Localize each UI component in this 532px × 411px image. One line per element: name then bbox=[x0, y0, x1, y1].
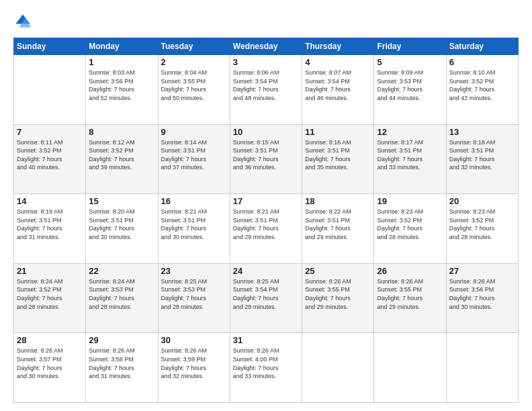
calendar-cell: 8Sunrise: 8:12 AM Sunset: 3:52 PM Daylig… bbox=[86, 124, 158, 194]
calendar-cell: 10Sunrise: 8:15 AM Sunset: 3:51 PM Dayli… bbox=[230, 124, 302, 194]
day-info: Sunrise: 8:24 AM Sunset: 3:52 PM Dayligh… bbox=[17, 277, 83, 311]
day-info: Sunrise: 8:14 AM Sunset: 3:51 PM Dayligh… bbox=[161, 138, 227, 172]
page: SundayMondayTuesdayWednesdayThursdayFrid… bbox=[0, 0, 532, 411]
calendar-cell: 3Sunrise: 8:06 AM Sunset: 3:54 PM Daylig… bbox=[230, 55, 302, 125]
day-number: 18 bbox=[305, 196, 371, 206]
calendar-cell bbox=[14, 55, 86, 125]
calendar-cell: 30Sunrise: 8:26 AM Sunset: 3:59 PM Dayli… bbox=[158, 333, 230, 403]
day-number: 6 bbox=[449, 57, 515, 67]
day-number: 30 bbox=[161, 335, 227, 345]
day-number: 25 bbox=[305, 266, 371, 276]
day-info: Sunrise: 8:10 AM Sunset: 3:52 PM Dayligh… bbox=[449, 68, 515, 102]
day-info: Sunrise: 8:21 AM Sunset: 3:51 PM Dayligh… bbox=[233, 208, 299, 241]
day-info: Sunrise: 8:26 AM Sunset: 4:00 PM Dayligh… bbox=[233, 347, 299, 380]
day-number: 16 bbox=[161, 196, 227, 206]
calendar-cell: 27Sunrise: 8:26 AM Sunset: 3:56 PM Dayli… bbox=[446, 263, 518, 333]
day-number: 31 bbox=[233, 335, 299, 345]
day-info: Sunrise: 8:26 AM Sunset: 3:56 PM Dayligh… bbox=[449, 277, 515, 311]
day-info: Sunrise: 8:22 AM Sunset: 3:51 PM Dayligh… bbox=[305, 208, 371, 241]
calendar-week-row: 1Sunrise: 8:03 AM Sunset: 3:56 PM Daylig… bbox=[14, 55, 519, 125]
calendar-cell: 17Sunrise: 8:21 AM Sunset: 3:51 PM Dayli… bbox=[230, 194, 302, 264]
day-number: 27 bbox=[449, 266, 515, 276]
calendar-week-row: 7Sunrise: 8:11 AM Sunset: 3:52 PM Daylig… bbox=[14, 124, 519, 194]
calendar-cell: 1Sunrise: 8:03 AM Sunset: 3:56 PM Daylig… bbox=[86, 55, 158, 125]
calendar-cell: 9Sunrise: 8:14 AM Sunset: 3:51 PM Daylig… bbox=[158, 124, 230, 194]
day-number: 7 bbox=[17, 127, 83, 137]
calendar-weekday-wednesday: Wednesday bbox=[230, 38, 302, 55]
day-info: Sunrise: 8:11 AM Sunset: 3:52 PM Dayligh… bbox=[17, 138, 83, 172]
calendar-cell bbox=[374, 333, 446, 403]
day-info: Sunrise: 8:17 AM Sunset: 3:51 PM Dayligh… bbox=[377, 138, 443, 172]
calendar-week-row: 28Sunrise: 8:26 AM Sunset: 3:57 PM Dayli… bbox=[14, 333, 519, 403]
day-info: Sunrise: 8:07 AM Sunset: 3:54 PM Dayligh… bbox=[305, 68, 371, 102]
day-info: Sunrise: 8:26 AM Sunset: 3:55 PM Dayligh… bbox=[377, 277, 443, 311]
calendar-weekday-saturday: Saturday bbox=[446, 38, 518, 55]
calendar-cell: 13Sunrise: 8:18 AM Sunset: 3:51 PM Dayli… bbox=[446, 124, 518, 194]
calendar-cell: 20Sunrise: 8:23 AM Sunset: 3:52 PM Dayli… bbox=[446, 194, 518, 264]
day-number: 17 bbox=[233, 196, 299, 206]
calendar-cell: 26Sunrise: 8:26 AM Sunset: 3:55 PM Dayli… bbox=[374, 263, 446, 333]
calendar-cell: 18Sunrise: 8:22 AM Sunset: 3:51 PM Dayli… bbox=[302, 194, 374, 264]
day-number: 9 bbox=[161, 127, 227, 137]
day-info: Sunrise: 8:16 AM Sunset: 3:51 PM Dayligh… bbox=[305, 138, 371, 172]
calendar-week-row: 14Sunrise: 8:19 AM Sunset: 3:51 PM Dayli… bbox=[14, 194, 519, 264]
day-number: 19 bbox=[377, 196, 443, 206]
day-info: Sunrise: 8:26 AM Sunset: 3:55 PM Dayligh… bbox=[305, 277, 371, 311]
day-number: 20 bbox=[449, 196, 515, 206]
day-info: Sunrise: 8:26 AM Sunset: 3:57 PM Dayligh… bbox=[17, 347, 83, 380]
day-number: 23 bbox=[161, 266, 227, 276]
calendar-cell: 14Sunrise: 8:19 AM Sunset: 3:51 PM Dayli… bbox=[14, 194, 86, 264]
day-number: 12 bbox=[377, 127, 443, 137]
day-number: 11 bbox=[305, 127, 371, 137]
day-info: Sunrise: 8:25 AM Sunset: 3:54 PM Dayligh… bbox=[233, 277, 299, 311]
calendar-cell: 31Sunrise: 8:26 AM Sunset: 4:00 PM Dayli… bbox=[230, 333, 302, 403]
calendar-cell: 12Sunrise: 8:17 AM Sunset: 3:51 PM Dayli… bbox=[374, 124, 446, 194]
calendar-weekday-friday: Friday bbox=[374, 38, 446, 55]
calendar-cell: 24Sunrise: 8:25 AM Sunset: 3:54 PM Dayli… bbox=[230, 263, 302, 333]
calendar-cell: 22Sunrise: 8:24 AM Sunset: 3:53 PM Dayli… bbox=[86, 263, 158, 333]
calendar-cell bbox=[446, 333, 518, 403]
calendar-cell: 21Sunrise: 8:24 AM Sunset: 3:52 PM Dayli… bbox=[14, 263, 86, 333]
day-info: Sunrise: 8:12 AM Sunset: 3:52 PM Dayligh… bbox=[89, 138, 154, 172]
calendar-weekday-thursday: Thursday bbox=[302, 38, 374, 55]
day-info: Sunrise: 8:23 AM Sunset: 3:52 PM Dayligh… bbox=[377, 208, 443, 241]
calendar-week-row: 21Sunrise: 8:24 AM Sunset: 3:52 PM Dayli… bbox=[14, 263, 519, 333]
day-number: 26 bbox=[377, 266, 443, 276]
day-info: Sunrise: 8:03 AM Sunset: 3:56 PM Dayligh… bbox=[89, 68, 154, 102]
calendar-cell: 28Sunrise: 8:26 AM Sunset: 3:57 PM Dayli… bbox=[14, 333, 86, 403]
day-number: 29 bbox=[89, 335, 154, 345]
day-number: 2 bbox=[161, 57, 227, 67]
day-info: Sunrise: 8:26 AM Sunset: 3:58 PM Dayligh… bbox=[89, 347, 154, 380]
logo bbox=[13, 12, 35, 31]
calendar-cell bbox=[302, 333, 374, 403]
calendar-cell: 6Sunrise: 8:10 AM Sunset: 3:52 PM Daylig… bbox=[446, 55, 518, 125]
day-info: Sunrise: 8:04 AM Sunset: 3:55 PM Dayligh… bbox=[161, 68, 227, 102]
calendar-cell: 19Sunrise: 8:23 AM Sunset: 3:52 PM Dayli… bbox=[374, 194, 446, 264]
calendar-table: SundayMondayTuesdayWednesdayThursdayFrid… bbox=[13, 38, 519, 403]
day-info: Sunrise: 8:09 AM Sunset: 3:53 PM Dayligh… bbox=[377, 68, 443, 102]
day-info: Sunrise: 8:19 AM Sunset: 3:51 PM Dayligh… bbox=[17, 208, 83, 241]
calendar-weekday-tuesday: Tuesday bbox=[158, 38, 230, 55]
day-number: 14 bbox=[17, 196, 83, 206]
calendar-cell: 2Sunrise: 8:04 AM Sunset: 3:55 PM Daylig… bbox=[158, 55, 230, 125]
day-info: Sunrise: 8:24 AM Sunset: 3:53 PM Dayligh… bbox=[89, 277, 154, 311]
day-number: 22 bbox=[89, 266, 154, 276]
calendar-cell: 23Sunrise: 8:25 AM Sunset: 3:53 PM Dayli… bbox=[158, 263, 230, 333]
calendar-cell: 4Sunrise: 8:07 AM Sunset: 3:54 PM Daylig… bbox=[302, 55, 374, 125]
calendar-header-row: SundayMondayTuesdayWednesdayThursdayFrid… bbox=[14, 38, 519, 55]
calendar-weekday-monday: Monday bbox=[86, 38, 158, 55]
day-number: 3 bbox=[233, 57, 299, 67]
day-number: 8 bbox=[89, 127, 154, 137]
day-number: 10 bbox=[233, 127, 299, 137]
logo-icon bbox=[13, 12, 32, 31]
day-info: Sunrise: 8:18 AM Sunset: 3:51 PM Dayligh… bbox=[449, 138, 515, 172]
calendar-cell: 7Sunrise: 8:11 AM Sunset: 3:52 PM Daylig… bbox=[14, 124, 86, 194]
day-info: Sunrise: 8:23 AM Sunset: 3:52 PM Dayligh… bbox=[449, 208, 515, 241]
day-number: 5 bbox=[377, 57, 443, 67]
day-number: 4 bbox=[305, 57, 371, 67]
day-info: Sunrise: 8:15 AM Sunset: 3:51 PM Dayligh… bbox=[233, 138, 299, 172]
calendar-cell: 15Sunrise: 8:20 AM Sunset: 3:51 PM Dayli… bbox=[86, 194, 158, 264]
day-number: 15 bbox=[89, 196, 154, 206]
day-number: 21 bbox=[17, 266, 83, 276]
day-number: 28 bbox=[17, 335, 83, 345]
